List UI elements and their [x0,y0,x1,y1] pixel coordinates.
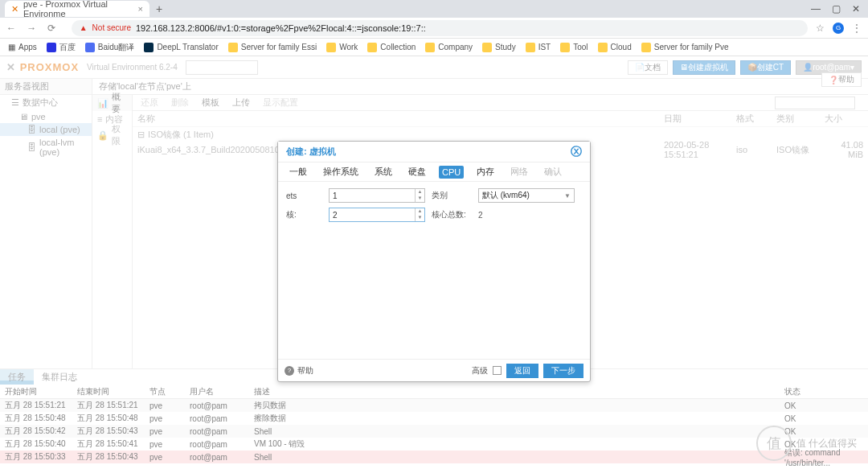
spin-down-icon[interactable]: ▼ [415,215,424,221]
log-cell: OK [780,412,868,425]
insecure-label: Not secure [92,23,131,32]
tab-disk[interactable]: 硬盘 [405,164,429,179]
log-cell: 拷贝数据 [249,399,780,412]
back-button[interactable]: 返回 [506,364,538,378]
profile-avatar[interactable]: G [833,23,844,34]
lh-start[interactable]: 开始时间 [0,385,72,398]
folder-icon [526,43,535,52]
folder-icon [598,43,608,52]
log-cell: root@pam [185,412,249,425]
folder-icon [641,43,651,52]
help-icon: ? [285,366,294,376]
log-row[interactable]: 五月 28 15:50:33五月 28 15:50:43pveroot@pamS… [0,450,868,463]
apps-button[interactable]: ▦Apps [8,43,37,51]
reload-icon[interactable]: ⟳ [47,23,55,34]
bookmark-star-icon[interactable]: ☆ [816,23,825,34]
close-window-icon[interactable]: ✕ [852,3,860,14]
log-body: 五月 28 15:51:21五月 28 15:51:21pveroot@pam拷… [0,399,868,463]
bm-company[interactable]: Company [425,43,473,52]
spin-up-icon[interactable]: ▲ [415,189,424,195]
insecure-icon: ▲ [80,23,88,32]
close-tab-icon[interactable]: × [138,4,143,14]
bm-ist[interactable]: IST [526,43,551,52]
log-row[interactable]: 五月 28 15:50:40五月 28 15:50:41pveroot@pamV… [0,438,868,450]
tab-general[interactable]: 一般 [286,164,310,179]
bm-tool[interactable]: Tool [560,43,588,52]
deepl-icon [144,43,154,52]
log-row[interactable]: 五月 28 15:50:48五月 28 15:50:48pveroot@pam擦… [0,412,868,425]
tab-favicon: ✕ [11,4,18,14]
lh-user[interactable]: 用户名 [185,385,249,398]
log-cell: Shell [249,425,780,438]
log-cell: Shell [249,450,780,463]
window-controls: — ▢ ✕ [811,3,868,14]
lh-node[interactable]: 节点 [145,385,185,398]
tab-os[interactable]: 操作系统 [320,164,362,179]
create-vm-wizard: 创建: 虚拟机 ⓧ 一般 操作系统 系统 硬盘 CPU 内存 网络 确认 ets… [277,141,591,382]
log-row[interactable]: 五月 28 15:50:42五月 28 15:50:43pveroot@pamS… [0,425,868,438]
log-cell: pve [145,450,185,463]
sockets-input[interactable]: 1 ▲▼ [329,188,425,203]
cores-input[interactable]: 2 ▲▼ [329,208,425,222]
url-text: 192.168.123.2:8006/#v1:0:=storage%2Fpve%… [136,23,426,33]
tab-system[interactable]: 系统 [371,164,395,179]
baidu-translate-icon [85,43,95,52]
minimize-icon[interactable]: — [811,3,821,14]
log-cell: pve [145,399,185,412]
cpu-type-select[interactable]: 默认 (kvm64) ▼ [478,188,575,203]
bm-baidu[interactable]: 百度 [47,42,76,53]
baidu-icon [47,43,56,52]
browser-tab[interactable]: ✕ pve - Proxmox Virtual Environme × [5,1,149,17]
modal-body: ets 1 ▲▼ 类别 默认 (kvm64) ▼ 核: 2 ▲▼ 核心总数: 2 [278,182,590,359]
bm-deepl[interactable]: DeepL Translator [144,43,218,52]
browser-address-bar: ← → ⟳ ▲ Not secure 192.168.123.2:8006/#v… [0,18,868,39]
lh-desc[interactable]: 描述 [249,385,780,398]
lh-end[interactable]: 结束时间 [72,385,145,398]
lh-status[interactable]: 状态 [780,385,868,398]
log-cell: 五月 28 15:50:42 [0,425,72,438]
log-row[interactable]: 五月 28 15:51:21五月 28 15:51:21pveroot@pam拷… [0,399,868,412]
bm-sff-pve[interactable]: Server for family Pve [641,43,729,52]
log-cell: 五月 28 15:50:41 [72,438,145,450]
bm-collection[interactable]: Collection [367,43,416,52]
folder-icon [482,43,492,52]
log-cell: root@pam [185,450,249,463]
bm-work[interactable]: Work [326,43,358,52]
bm-study[interactable]: Study [482,43,516,52]
advanced-checkbox[interactable] [493,366,502,375]
wizard-tabs: 一般 操作系统 系统 硬盘 CPU 内存 网络 确认 [278,163,590,182]
next-button[interactable]: 下一步 [543,364,583,378]
forward-icon[interactable]: → [27,23,36,34]
folder-icon [367,43,377,52]
browser-menu-icon[interactable]: ⋮ [852,23,862,34]
tab-cpu[interactable]: CPU [439,166,464,179]
log-cell: 五月 28 15:50:33 [0,450,72,463]
nav-icons: ← → ⟳ [6,23,63,34]
log-cell: root@pam [185,425,249,438]
bm-cloud[interactable]: Cloud [598,43,632,52]
log-cell: root@pam [185,399,249,412]
sockets-label: ets [286,191,322,200]
tab-title: pve - Proxmox Virtual Environme [23,0,133,19]
log-header: 开始时间 结束时间 节点 用户名 描述 状态 [0,385,868,399]
modal-close-icon[interactable]: ⓧ [571,145,582,159]
log-cell: 五月 28 15:50:43 [72,450,145,463]
spin-up-icon[interactable]: ▲ [415,208,424,215]
apps-icon: ▦ [8,43,15,51]
bm-sff-essi[interactable]: Server for family Essi [228,43,317,52]
spin-down-icon[interactable]: ▼ [415,195,424,202]
modal-header[interactable]: 创建: 虚拟机 ⓧ [278,142,590,163]
log-cell: 擦除数据 [249,412,780,425]
bm-baidu-translate[interactable]: Baidu翻译 [85,42,135,53]
log-cell: pve [145,425,185,438]
maximize-icon[interactable]: ▢ [832,3,841,14]
cores-label: 核: [286,209,322,220]
new-tab-button[interactable]: + [156,2,162,15]
tab-memory[interactable]: 内存 [473,164,497,179]
back-icon[interactable]: ← [6,23,16,34]
dropdown-icon: ▼ [564,192,571,200]
watermark-icon: 值 [756,426,792,461]
modal-help-button[interactable]: ?帮助 [285,365,313,376]
url-field[interactable]: ▲ Not secure 192.168.123.2:8006/#v1:0:=s… [72,20,808,36]
browser-tabstrip: ✕ pve - Proxmox Virtual Environme × + — … [0,0,868,18]
